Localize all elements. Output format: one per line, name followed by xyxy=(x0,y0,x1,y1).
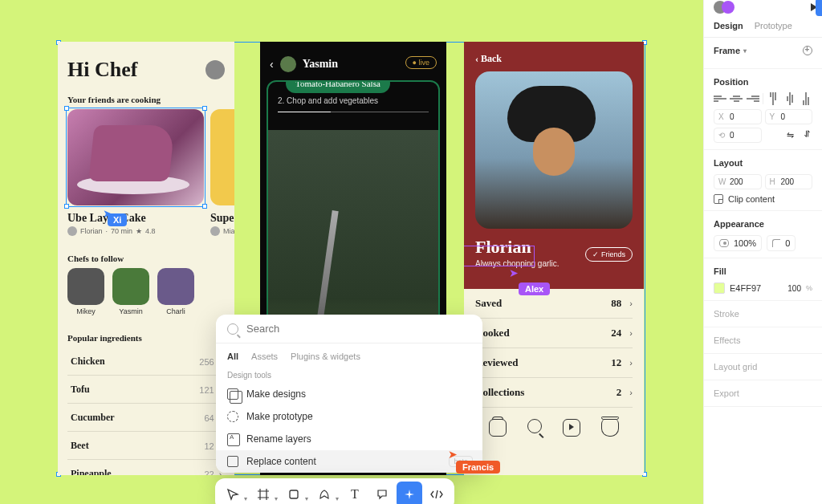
dev-mode-tool[interactable] xyxy=(424,482,450,504)
recipe-card-peek[interactable]: Super Mia xyxy=(210,109,234,236)
ingredient-row[interactable]: Beet12› xyxy=(67,432,225,460)
align-v-center-icon[interactable] xyxy=(784,92,796,105)
recipe-title: Ube Layer Cake xyxy=(67,212,204,225)
fill-hex[interactable]: E4FF97 xyxy=(730,283,761,293)
mock-phone-profile[interactable]: Back Florian Always chopping garlic. ✓ F… xyxy=(464,42,644,475)
tab-all[interactable]: All xyxy=(227,352,238,361)
chevron-down-icon[interactable]: ▾ xyxy=(244,495,247,504)
progress-bar xyxy=(278,112,429,112)
design-canvas[interactable]: Hi Chef Your friends are cooking Ube Lay… xyxy=(0,0,703,504)
move-tool[interactable] xyxy=(220,482,246,504)
back-chevron-icon: ‹ xyxy=(270,58,274,71)
share-button[interactable] xyxy=(816,0,822,16)
comment-tool[interactable] xyxy=(369,482,395,504)
recipe-title: Super xyxy=(210,212,234,225)
corner-icon xyxy=(772,239,780,247)
bottom-toolbar[interactable]: ▾ ▾ ▾ ▾ T xyxy=(215,478,454,504)
collaborator-avatar[interactable] xyxy=(722,1,735,14)
layout-grid-section[interactable]: Layout grid xyxy=(704,354,822,380)
recipe-image xyxy=(210,109,234,205)
recipe-image[interactable] xyxy=(67,109,204,205)
collaborator-cursor-francis: ➤ xyxy=(448,448,458,461)
chef-item[interactable]: Mikey xyxy=(67,268,104,315)
stat-row[interactable]: Collections2› xyxy=(475,378,633,408)
collaborators-bar xyxy=(704,0,822,14)
rotation-field[interactable]: ⟲0 xyxy=(714,128,762,143)
width-field[interactable]: W200 xyxy=(714,174,762,189)
back-button: Back xyxy=(475,53,633,65)
user-avatar xyxy=(206,60,225,79)
action-make-designs[interactable]: Make designs xyxy=(216,383,482,405)
tab-design[interactable]: Design xyxy=(714,21,743,30)
stroke-section[interactable]: Stroke xyxy=(704,301,822,327)
live-badge: ● live xyxy=(405,56,437,69)
actions-popover[interactable]: All Assets Plugins & widgets Design tool… xyxy=(216,315,482,473)
height-field[interactable]: H200 xyxy=(765,174,813,189)
text-tool[interactable]: T xyxy=(342,482,368,504)
collaborator-label-alex: Alex xyxy=(519,282,550,295)
chevron-down-icon[interactable]: ▾ xyxy=(305,495,308,504)
replace-icon xyxy=(227,456,238,467)
ingredient-row[interactable]: Chicken256› xyxy=(67,348,225,376)
y-field[interactable]: Y0 xyxy=(765,109,813,124)
frame-dropdown[interactable]: Frame▾ xyxy=(714,46,747,55)
actions-search[interactable] xyxy=(216,315,482,343)
recipe-card[interactable]: Ube Layer Cake Florian · 70 min ★ 4.8 xyxy=(67,109,204,236)
chevron-down-icon[interactable]: ▾ xyxy=(336,495,339,504)
stat-row[interactable]: Cooked24› xyxy=(475,319,633,348)
collaborator-cursor-alex: ➤ xyxy=(509,266,519,279)
page-title: Hi Chef xyxy=(67,58,137,82)
chevron-down-icon[interactable]: ▾ xyxy=(275,495,278,504)
fill-row[interactable]: E4FF97 100 % xyxy=(714,282,812,294)
pen-tool[interactable] xyxy=(311,482,337,504)
recipe-chip: Tomato-Habañero Salsa xyxy=(286,80,390,93)
clip-content-toggle[interactable]: Clip content xyxy=(714,194,812,204)
clip-icon xyxy=(714,194,723,204)
tab-plugins[interactable]: Plugins & widgets xyxy=(291,352,360,361)
mock-phone-home[interactable]: Hi Chef Your friends are cooking Ube Lay… xyxy=(58,42,234,475)
fill-label: Fill xyxy=(714,266,726,276)
ingredient-row[interactable]: Cucumber64› xyxy=(67,404,225,432)
collaborator-label-xi: Xi xyxy=(108,213,127,226)
text-selection xyxy=(464,246,535,266)
stat-row[interactable]: Reviewed12› xyxy=(475,348,633,378)
effects-section[interactable]: Effects xyxy=(704,327,822,354)
shape-tool[interactable] xyxy=(281,482,307,504)
resize-to-fit-icon[interactable] xyxy=(803,46,812,55)
align-left-icon[interactable] xyxy=(714,93,726,104)
chef-item[interactable]: Yasmin xyxy=(112,268,149,315)
fill-opacity[interactable]: 100 xyxy=(787,284,801,293)
opacity-field[interactable]: 100% xyxy=(714,235,762,251)
collaborator-label-francis: Francis xyxy=(456,461,500,474)
eye-icon xyxy=(719,239,729,247)
fill-swatch[interactable] xyxy=(714,282,725,294)
align-h-center-icon[interactable] xyxy=(730,93,743,104)
align-right-icon[interactable] xyxy=(747,93,759,104)
action-make-prototype[interactable]: Make prototype xyxy=(216,405,482,428)
align-bottom-icon[interactable] xyxy=(800,92,812,105)
ingredient-row[interactable]: Pineapple22› xyxy=(67,460,225,475)
action-replace-content[interactable]: Replace contentbeta xyxy=(216,450,482,473)
flip-h-icon[interactable]: ⇋ xyxy=(787,130,798,141)
tab-assets[interactable]: Assets xyxy=(251,352,278,361)
action-rename-layers[interactable]: Rename layers xyxy=(216,428,482,450)
chef-name: Yasmin xyxy=(303,58,338,71)
frame-tool[interactable] xyxy=(250,482,276,504)
align-top-icon[interactable] xyxy=(767,92,779,105)
x-field[interactable]: X0 xyxy=(714,109,762,124)
position-label: Position xyxy=(714,77,748,87)
flip-v-icon[interactable]: ⇋ xyxy=(801,130,812,141)
recipe-meta: Mia xyxy=(210,226,234,236)
tab-prototype[interactable]: Prototype xyxy=(755,21,792,30)
export-section[interactable]: Export xyxy=(704,380,822,407)
ingredient-row[interactable]: Tofu121› xyxy=(67,376,225,404)
ai-actions-tool[interactable] xyxy=(397,482,422,504)
stat-row[interactable]: Saved88› xyxy=(475,289,633,319)
actions-heading: Design tools xyxy=(216,368,482,383)
corner-radius-field[interactable]: 0 xyxy=(767,235,796,251)
chef-item[interactable]: Charli xyxy=(157,268,194,315)
inspector-panel[interactable]: Design Prototype Frame▾ Position X0 Y0 ⟲… xyxy=(703,0,822,504)
appearance-label: Appearance xyxy=(714,219,764,229)
search-input[interactable] xyxy=(246,323,471,335)
svg-rect-0 xyxy=(290,490,298,498)
